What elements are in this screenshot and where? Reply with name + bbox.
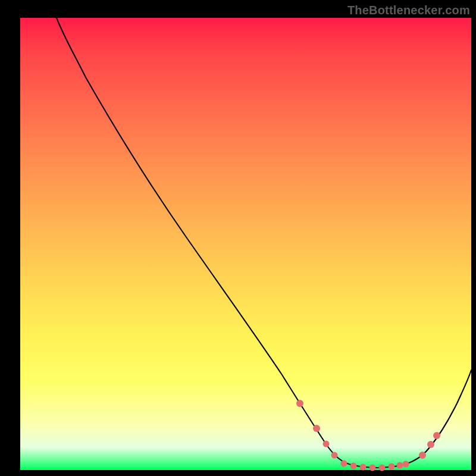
data-point: [296, 400, 303, 407]
attribution-label: TheBottlenecker.com: [347, 4, 470, 17]
data-point: [389, 464, 395, 470]
bottleneck-chart: [20, 18, 471, 470]
data-point: [331, 452, 338, 459]
bottleneck-curve: [57, 18, 471, 468]
data-point: [397, 462, 403, 469]
data-point: [403, 461, 409, 468]
data-point: [313, 425, 320, 432]
chart-panel: [20, 18, 471, 470]
data-point: [433, 432, 440, 439]
data-point: [360, 464, 367, 471]
data-point: [369, 465, 376, 471]
data-point: [379, 465, 386, 471]
data-point: [427, 441, 434, 448]
data-point: [419, 452, 426, 459]
data-point: [323, 441, 330, 447]
data-point: [341, 461, 347, 467]
data-point: [350, 463, 357, 469]
